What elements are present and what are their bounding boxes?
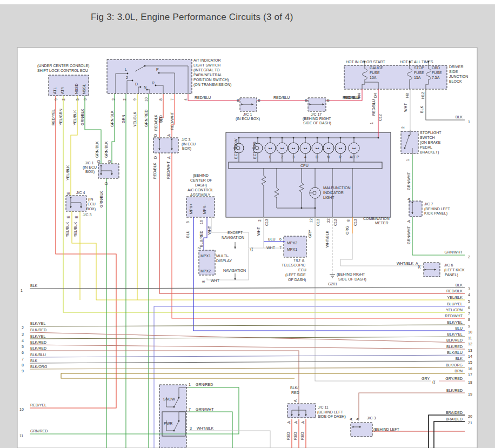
diagram-label: STOPLIGHT [420,131,442,135]
diagram-label: 18 [468,380,472,384]
diagram-label: BLU/RED [199,231,203,247]
diagram-label: CENTER OF [190,178,212,182]
diagram-label: BLK [456,115,463,119]
junction-dot [404,148,406,149]
diagram-label: D [97,160,101,163]
diagram-label: (( [432,379,436,384]
diagram-label: KICK PANEL) [424,211,447,216]
diagram-label: METER [375,221,389,225]
diagram-label: 4 [304,155,306,159]
diagram-label: MPX1 [287,248,297,251]
junction-dot [409,135,410,137]
junction-dot [155,85,157,86]
jc1-top-box [240,98,257,111]
diagram-label: D [135,82,138,86]
diagram-label: WHT [208,225,211,235]
diagram-label: L [269,155,271,159]
diagram-label: E [66,192,70,195]
diagram-label: 6 [279,237,282,241]
diagram-label: D [316,155,318,159]
junction-dot [340,137,342,139]
diagram-label: N [327,155,330,159]
diagram-label: GRN/BLK [99,191,103,208]
diagram-label: C13 [353,219,357,226]
diagram-label: HOT IN ON OR START [346,60,385,64]
diagram-label: SIDE OF DASH) [318,414,346,419]
diagram-label: GRN/RED [30,429,48,433]
diagram-label: H12 [421,92,425,99]
diagram-label: 7 [189,407,191,411]
diagram-label: BRACKET) [420,150,439,155]
diagram-label: (IN [88,197,93,202]
diagram-label: (LEFT KICK [444,268,465,272]
diagram-label: ASSEMBLY [190,193,211,197]
diagram-label: MPX- [203,204,206,214]
diagram-label: ORG [345,226,349,235]
diagram-label: R [152,81,155,85]
diagram-label: SNOW [163,397,175,401]
diagram-label: YEL/BLK [66,165,70,180]
diagram-label: D4 [373,93,377,98]
junction-dot [328,137,330,139]
diagram-label: 2 [401,126,405,129]
diagram-label: 7 [22,357,24,361]
diagram-label: RED [286,432,290,440]
diagram-label: GRN/WHT [407,226,411,244]
diagram-label: DASH) [195,183,207,188]
diagram-label: PEDAL [420,145,432,149]
diagram-label: BLK/RED [446,345,463,349]
diagram-label: P [156,68,159,71]
diagram-label: A [407,198,411,200]
junction-dot [140,86,142,88]
diagram-label: 16 [199,220,203,224]
diagram-label: YEL/BLK [447,296,463,299]
diagram-label: DRIVER [449,65,463,69]
diagram-label: 12 [309,218,313,223]
junction-dot [173,430,175,432]
diagram-label: A [349,418,353,420]
diagram-label: 11 [468,336,472,340]
diagram-label: NSSL [82,84,86,94]
diagram-label: BLK/RED [30,340,46,344]
led-symbol-icon: ▸◂ [280,146,284,150]
diagram-label: YEL/GRN [59,109,63,125]
diagram-label: 13 [468,349,472,352]
diagram-label: BLK/BLU [30,353,46,357]
diagram-label: (( [418,264,421,269]
diagram-label: A [294,421,298,424]
diagram-label: (BEHIND LEFT [373,427,400,432]
diagram-label: (BEHIND LEFT [317,410,344,414]
led-symbol-icon: ▸◂ [316,146,319,150]
diagram-label: BRAIDED [446,417,463,421]
junction-dot [146,89,148,91]
diagram-label: (ON BRAKE [420,141,441,145]
junction-dot [282,137,283,139]
diagram-label: 3 [190,426,192,430]
junction-dot [315,208,316,209]
wiring-diagram: ▸◂▸◂▸◂▸◂▸◂▸◂▸◂▸◂(UNDER CENTER CONSOLE)SH… [0,0,495,448]
diagram-label: CPU [300,164,309,168]
diagram-label: 8 [346,219,350,222]
led-symbol-icon: ▸◂ [352,146,356,150]
diagram-label: POSITION SWITCH) [193,78,229,82]
diagram-label: SIDE [449,70,458,73]
diagram-label: 1 [21,289,23,292]
diagram-label: 2 [258,219,262,222]
diagram-label: TELESCOPIC [282,263,305,267]
diagram-label: 6 [468,306,470,310]
diagram-label: 16 [468,367,472,371]
diagram-label: 10 [468,330,472,334]
diagram-label: BLK/ [290,386,298,390]
diagram-label: 1 [406,159,410,161]
diagram-label: MPX1 [200,254,211,258]
diagram-label: (ON TRANSMISSION) [193,83,231,87]
diagram-label: RED/BLK [446,289,463,293]
diagram-label: YEL/BLK [73,110,77,125]
diagram-label: E [75,216,78,218]
diagram-label: RED [291,391,299,394]
diagram-label: 4 [184,98,188,101]
junction-dot [317,137,318,139]
diagram-label: DISPLAY [216,259,232,263]
diagram-label: MPX+ [189,204,193,214]
diagram-label: BLK/YEL [447,320,463,324]
